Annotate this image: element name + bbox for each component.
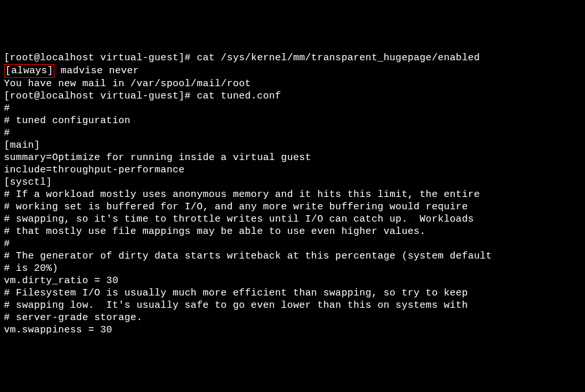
terminal-line: #: [4, 238, 581, 250]
terminal-line: # tuned configuration: [4, 115, 581, 127]
terminal-line: You have new mail in /var/spool/mail/roo…: [4, 78, 581, 90]
terminal-line: # server-grade storage.: [4, 312, 581, 324]
terminal-line: [root@localhost virtual-guest]# cat /sys…: [4, 52, 581, 64]
terminal-line: # swapping low. It's usually safe to go …: [4, 299, 581, 312]
terminal-output[interactable]: [root@localhost virtual-guest]# cat /sys…: [4, 52, 581, 336]
terminal-line: # The generator of dirty data starts wri…: [4, 250, 581, 262]
terminal-line: # If a workload mostly uses anonymous me…: [4, 189, 581, 201]
terminal-line: vm.dirty_ratio = 30: [4, 275, 581, 287]
terminal-line: # Filesystem I/O is usually much more ef…: [4, 287, 581, 299]
terminal-line: # is 20%): [4, 262, 581, 275]
terminal-line: vm.swappiness = 30: [4, 324, 581, 336]
terminal-line: [sysctl]: [4, 176, 581, 189]
terminal-line: [root@localhost virtual-guest]# cat tune…: [4, 90, 581, 102]
terminal-line: # that mostly use file mappings may be a…: [4, 225, 581, 238]
terminal-line: summary=Optimize for running inside a vi…: [4, 152, 581, 164]
terminal-text: madvise never: [54, 65, 139, 76]
terminal-line: # swapping, so it's time to throttle wri…: [4, 213, 581, 225]
terminal-line: # working set is buffered for I/O, and a…: [4, 201, 581, 213]
highlighted-text: [always]: [4, 64, 54, 78]
terminal-line: include=throughput-performance: [4, 164, 581, 176]
terminal-line: #: [4, 127, 581, 139]
terminal-line: #: [4, 102, 581, 115]
terminal-line: [main]: [4, 139, 581, 152]
terminal-line: [always] madvise never: [4, 64, 581, 78]
